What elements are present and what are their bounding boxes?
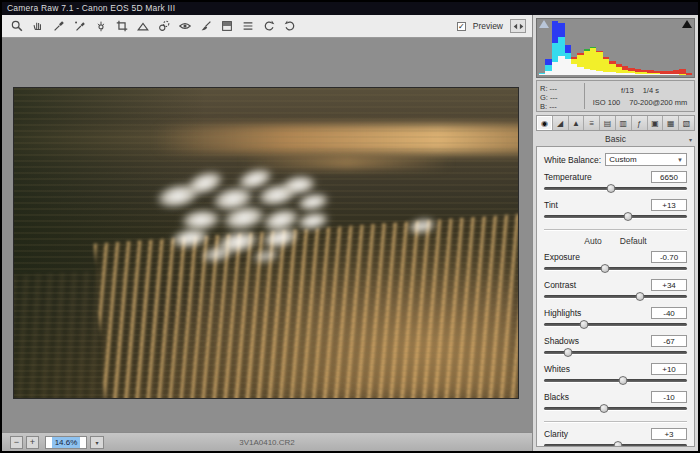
zoom-tool[interactable] — [8, 18, 25, 35]
hand-tool[interactable] — [29, 18, 46, 35]
blacks-row: Blacks-10 — [544, 391, 687, 412]
straighten-tool[interactable] — [134, 18, 151, 35]
default-link[interactable]: Default — [620, 236, 647, 246]
auto-link[interactable]: Auto — [584, 236, 602, 246]
zoom-level-field[interactable]: 14.6% — [45, 436, 87, 449]
blacks-label: Blacks — [544, 392, 569, 402]
white-balance-label: White Balance: — [544, 155, 601, 165]
zoom-out-button[interactable]: − — [10, 436, 23, 449]
tab-detail[interactable]: ▲ — [569, 116, 585, 130]
zoom-in-button[interactable]: + — [26, 436, 39, 449]
rgb-b-readout: B: --- — [540, 102, 580, 111]
exif-info-box: R: --- G: --- B: --- f/13 1/4 s ISO 100 … — [536, 80, 695, 112]
tab-camera-calibration[interactable]: ▣ — [648, 116, 664, 130]
preview-label: Preview — [473, 21, 503, 31]
red-eye-tool[interactable] — [176, 18, 193, 35]
tab-presets[interactable]: ▦ — [663, 116, 679, 130]
rotate-left-tool-icon — [262, 19, 276, 33]
aperture-value: f/13 — [621, 86, 634, 95]
rotate-right-tool[interactable] — [281, 18, 298, 35]
exposure-value[interactable]: -0.70 — [651, 251, 687, 263]
tint-slider[interactable] — [544, 212, 687, 220]
contrast-row: Contrast+34 — [544, 279, 687, 300]
whites-slider[interactable] — [544, 376, 687, 384]
temperature-slider[interactable] — [544, 184, 687, 192]
zoom-tool-icon — [10, 19, 24, 33]
shadow-clipping-indicator[interactable] — [539, 20, 549, 28]
straighten-tool-icon — [136, 19, 150, 33]
targeted-adjustment-tool-icon — [94, 19, 108, 33]
temperature-value[interactable]: 6650 — [651, 171, 687, 183]
blacks-slider-thumb[interactable] — [600, 404, 609, 413]
contrast-slider[interactable] — [544, 292, 687, 300]
exposure-slider-thumb[interactable] — [601, 264, 610, 273]
tint-row: Tint+13 — [544, 199, 687, 220]
temperature-label: Temperature — [544, 172, 592, 182]
section-collapse-icon[interactable]: ▾ — [689, 136, 692, 143]
highlights-value[interactable]: -40 — [651, 307, 687, 319]
adjustment-brush-tool[interactable] — [197, 18, 214, 35]
shadows-slider-thumb[interactable] — [564, 348, 573, 357]
white-balance-value: Custom — [609, 155, 637, 164]
preview-pane: ✓ Preview — [2, 15, 532, 451]
shadows-value[interactable]: -67 — [651, 335, 687, 347]
adjustments-panel: R: --- G: --- B: --- f/13 1/4 s ISO 100 … — [532, 15, 698, 451]
zoom-level-dropdown[interactable]: ▾ — [90, 436, 104, 449]
blacks-value[interactable]: -10 — [651, 391, 687, 403]
panel-tabs: ◉◢▲≡▤▥ƒ▣▦▧ — [536, 115, 695, 131]
tab-effects[interactable]: ƒ — [632, 116, 648, 130]
tab-split-toning[interactable]: ▤ — [600, 116, 616, 130]
histogram — [536, 18, 695, 78]
iso-value: ISO 100 — [593, 98, 621, 107]
highlights-slider[interactable] — [544, 320, 687, 328]
whites-value[interactable]: +10 — [651, 363, 687, 375]
white-balance-tool-icon — [52, 19, 66, 33]
clarity-slider[interactable] — [544, 441, 687, 447]
rotate-right-tool-icon — [283, 19, 297, 33]
graduated-filter-tool[interactable] — [218, 18, 235, 35]
toolbar-tools — [8, 18, 298, 35]
tab-lens-corrections[interactable]: ▥ — [616, 116, 632, 130]
shadows-slider[interactable] — [544, 348, 687, 356]
rotate-left-tool[interactable] — [260, 18, 277, 35]
clarity-slider-thumb[interactable] — [614, 441, 623, 447]
blacks-slider[interactable] — [544, 404, 687, 412]
preview-checkbox[interactable]: ✓ — [457, 22, 466, 31]
highlights-slider-thumb[interactable] — [580, 320, 589, 329]
preferences-tool[interactable] — [239, 18, 256, 35]
rgb-r-readout: R: --- — [540, 84, 580, 93]
color-sampler-tool[interactable] — [71, 18, 88, 35]
fullscreen-toggle-button[interactable] — [510, 19, 526, 33]
contrast-value[interactable]: +34 — [651, 279, 687, 291]
white-balance-tool[interactable] — [50, 18, 67, 35]
contrast-label: Contrast — [544, 280, 576, 290]
hand-tool-icon — [31, 19, 45, 33]
tint-value[interactable]: +13 — [651, 199, 687, 211]
basic-controls: White Balance: Custom ▼ Temperature6650T… — [536, 146, 695, 447]
tab-tone-curve[interactable]: ◢ — [553, 116, 569, 130]
tab-basic[interactable]: ◉ — [537, 116, 553, 130]
tab-snapshots[interactable]: ▧ — [679, 116, 694, 130]
clarity-value[interactable]: +3 — [651, 428, 687, 440]
spot-removal-tool[interactable] — [155, 18, 172, 35]
whites-row: Whites+10 — [544, 363, 687, 384]
exposure-row: Exposure-0.70 — [544, 251, 687, 272]
targeted-adjustment-tool[interactable] — [92, 18, 109, 35]
contrast-slider-thumb[interactable] — [635, 292, 644, 301]
temperature-row: Temperature6650 — [544, 171, 687, 192]
white-balance-select[interactable]: Custom ▼ — [605, 153, 687, 166]
crop-tool[interactable] — [113, 18, 130, 35]
exposure-slider[interactable] — [544, 264, 687, 272]
highlights-label: Highlights — [544, 308, 581, 318]
whites-label: Whites — [544, 364, 570, 374]
tint-slider-thumb[interactable] — [624, 212, 633, 221]
temperature-slider-thumb[interactable] — [607, 184, 616, 193]
highlight-clipping-indicator[interactable] — [682, 20, 692, 28]
whites-slider-thumb[interactable] — [618, 376, 627, 385]
status-bar: − + 14.6% ▾ 3V1A0410.CR2 — [2, 432, 532, 451]
tab-hsl-grayscale[interactable]: ≡ — [584, 116, 600, 130]
window-title: Camera Raw 7.1 - Canon EOS 5D Mark III — [7, 3, 175, 13]
graduated-filter-tool-icon — [220, 19, 234, 33]
fullscreen-icon — [513, 22, 524, 31]
spot-removal-tool-icon — [157, 19, 171, 33]
